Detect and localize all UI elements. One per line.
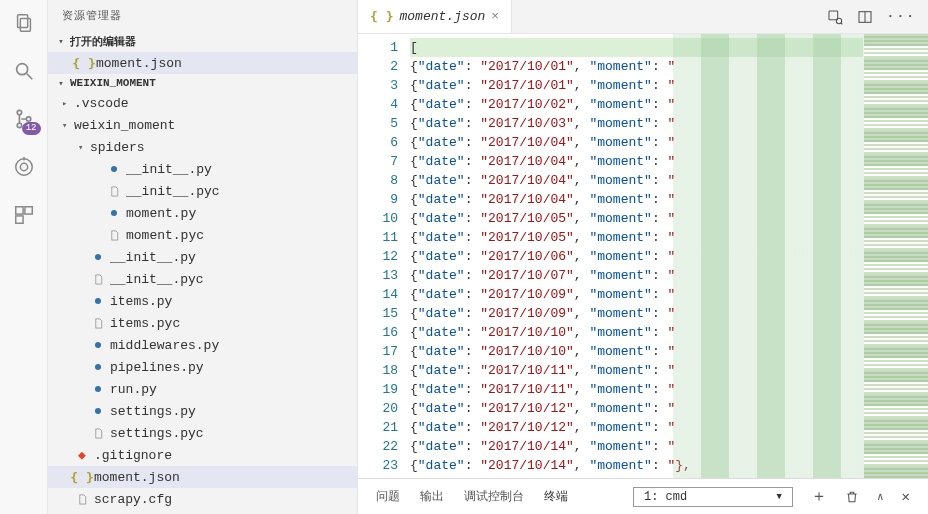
tree-file[interactable]: moment.pyc bbox=[48, 224, 357, 246]
svg-point-16 bbox=[95, 298, 101, 304]
sidebar-title: 资源管理器 bbox=[48, 0, 357, 31]
tree-folder[interactable]: ▾weixin_moment bbox=[48, 114, 357, 136]
tree-label: scrapy.cfg bbox=[94, 492, 172, 507]
tab-title: moment.json bbox=[399, 9, 485, 24]
search-icon[interactable] bbox=[11, 58, 37, 84]
activity-bar: 12 bbox=[0, 0, 48, 514]
chevron-icon: ▾ bbox=[78, 142, 90, 153]
source-control-icon[interactable]: 12 bbox=[11, 106, 37, 132]
new-terminal-icon[interactable]: ＋ bbox=[811, 486, 827, 507]
project-name: WEIXIN_MOMENT bbox=[70, 77, 156, 89]
open-editors-label: 打开的编辑器 bbox=[70, 34, 136, 49]
svg-point-20 bbox=[95, 408, 101, 414]
close-icon[interactable]: × bbox=[491, 9, 499, 24]
open-editor-item[interactable]: { } moment.json bbox=[48, 52, 357, 74]
svg-point-17 bbox=[95, 342, 101, 348]
svg-rect-11 bbox=[24, 207, 31, 214]
python-icon bbox=[90, 361, 106, 373]
file-icon bbox=[74, 493, 90, 506]
tree-label: middlewares.py bbox=[110, 338, 219, 353]
svg-rect-0 bbox=[17, 15, 27, 28]
code-content[interactable]: [{"date": "2017/10/01", "moment": "{"dat… bbox=[410, 34, 863, 478]
trash-icon[interactable] bbox=[845, 490, 859, 504]
tree-file[interactable]: moment.py bbox=[48, 202, 357, 224]
json-icon: { } bbox=[76, 56, 92, 71]
editor-tab[interactable]: { } moment.json × bbox=[358, 0, 512, 33]
extensions-icon[interactable] bbox=[11, 202, 37, 228]
json-icon: { } bbox=[74, 470, 90, 485]
open-editor-label: moment.json bbox=[96, 56, 182, 71]
chevron-down-icon: ▼ bbox=[777, 492, 782, 502]
tree-folder[interactable]: ▸.vscode bbox=[48, 92, 357, 114]
python-icon bbox=[90, 251, 106, 263]
python-icon bbox=[106, 207, 122, 219]
tree-label: __init__.py bbox=[126, 162, 212, 177]
chevron-up-icon[interactable]: ∧ bbox=[877, 490, 884, 503]
tree-label: .vscode bbox=[74, 96, 129, 111]
svg-point-2 bbox=[16, 64, 27, 75]
svg-line-23 bbox=[841, 23, 842, 24]
svg-rect-1 bbox=[20, 18, 30, 31]
tree-file[interactable]: pipelines.py bbox=[48, 356, 357, 378]
svg-point-7 bbox=[15, 159, 32, 176]
tree-file[interactable]: items.pyc bbox=[48, 312, 357, 334]
python-icon bbox=[90, 383, 106, 395]
svg-rect-12 bbox=[15, 216, 22, 223]
close-panel-icon[interactable]: ✕ bbox=[902, 488, 910, 505]
open-editors-header[interactable]: ▾ 打开的编辑器 bbox=[48, 31, 357, 52]
editor-actions: ··· bbox=[827, 9, 928, 25]
tree-label: settings.py bbox=[110, 404, 196, 419]
terminal-select[interactable]: 1: cmd ▼ bbox=[633, 487, 793, 507]
line-gutter: 1234567891011121314151617181920212223 bbox=[358, 34, 410, 478]
debug-icon[interactable] bbox=[11, 154, 37, 180]
split-editor-icon[interactable] bbox=[857, 9, 873, 25]
tree-file[interactable]: items.py bbox=[48, 290, 357, 312]
tree-folder[interactable]: ▾spiders bbox=[48, 136, 357, 158]
svg-point-8 bbox=[20, 163, 27, 170]
tree-file[interactable]: settings.py bbox=[48, 400, 357, 422]
tree-file[interactable]: settings.pyc bbox=[48, 422, 357, 444]
tree-file[interactable]: scrapy.cfg bbox=[48, 488, 357, 510]
code-editor[interactable]: 1234567891011121314151617181920212223 [{… bbox=[358, 34, 928, 478]
git-icon: ◆ bbox=[74, 447, 90, 463]
tree-label: items.py bbox=[110, 294, 172, 309]
tree-file[interactable]: ◆.gitignore bbox=[48, 444, 357, 466]
file-icon bbox=[90, 273, 106, 286]
svg-rect-21 bbox=[829, 11, 838, 20]
python-icon bbox=[90, 295, 106, 307]
panel-tab-debug[interactable]: 调试控制台 bbox=[464, 488, 524, 505]
svg-point-22 bbox=[836, 18, 841, 23]
tree-file[interactable]: { }moment.json bbox=[48, 466, 357, 488]
preview-icon[interactable] bbox=[827, 9, 843, 25]
svg-line-3 bbox=[26, 74, 32, 80]
svg-point-15 bbox=[95, 254, 101, 260]
tree-label: __init__.pyc bbox=[126, 184, 220, 199]
sidebar: 资源管理器 ▾ 打开的编辑器 { } moment.json ▾ WEIXIN_… bbox=[48, 0, 358, 514]
tree-file[interactable]: __init__.py bbox=[48, 158, 357, 180]
chevron-icon: ▸ bbox=[62, 98, 74, 109]
svg-point-5 bbox=[17, 123, 21, 127]
python-icon bbox=[106, 163, 122, 175]
tree-file[interactable]: __init__.pyc bbox=[48, 180, 357, 202]
tab-bar: { } moment.json × ··· bbox=[358, 0, 928, 34]
more-icon[interactable]: ··· bbox=[887, 9, 916, 25]
tree-file[interactable]: __init__.py bbox=[48, 246, 357, 268]
svg-point-4 bbox=[17, 110, 21, 114]
panel-tab-problems[interactable]: 问题 bbox=[376, 488, 400, 505]
tree-label: items.pyc bbox=[110, 316, 180, 331]
project-header[interactable]: ▾ WEIXIN_MOMENT bbox=[48, 74, 357, 92]
tree-label: run.py bbox=[110, 382, 157, 397]
tree-file[interactable]: __init__.pyc bbox=[48, 268, 357, 290]
tree-file[interactable]: run.py bbox=[48, 378, 357, 400]
editor-group: { } moment.json × ··· 123456789101112131… bbox=[358, 0, 928, 514]
tree-label: moment.pyc bbox=[126, 228, 204, 243]
tree-label: pipelines.py bbox=[110, 360, 204, 375]
minimap[interactable] bbox=[863, 34, 928, 478]
panel-tab-terminal[interactable]: 终端 bbox=[544, 488, 568, 505]
panel-tab-output[interactable]: 输出 bbox=[420, 488, 444, 505]
tree-file[interactable]: middlewares.py bbox=[48, 334, 357, 356]
file-icon bbox=[106, 229, 122, 242]
files-icon[interactable] bbox=[11, 10, 37, 36]
svg-rect-10 bbox=[15, 207, 22, 214]
tree-label: weixin_moment bbox=[74, 118, 175, 133]
